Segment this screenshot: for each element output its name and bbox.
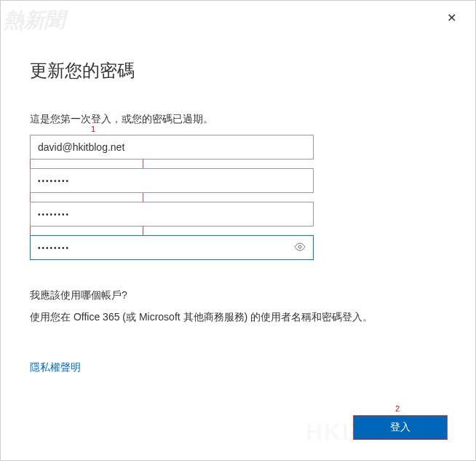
page-title: 更新您的密碼 [30, 59, 446, 82]
close-icon: ✕ [447, 12, 456, 24]
svg-point-0 [298, 245, 301, 248]
new-password-field[interactable]: •••••••• [30, 202, 314, 226]
annotation-2: 2 [395, 404, 400, 413]
help-question: 我應該使用哪個帳戶? [30, 289, 446, 302]
close-button[interactable]: ✕ [441, 8, 462, 28]
username-field[interactable]: david@hkitblog.net [30, 135, 314, 159]
old-password-value: •••••••• [38, 177, 306, 185]
help-section: 我應該使用哪個帳戶? 使用您在 Office 365 (或 Microsoft … [30, 289, 446, 325]
dialog-content: 更新您的密碼 這是您第一次登入，或您的密碼已過期。 1 david@hkitbl… [1, 1, 475, 396]
help-text: 使用您在 Office 365 (或 Microsoft 其他商務服務) 的使用… [30, 310, 446, 325]
old-password-field[interactable]: •••••••• [30, 168, 314, 193]
confirm-password-field[interactable]: •••••••• [30, 235, 314, 260]
signin-button[interactable]: 登入 [353, 415, 448, 440]
reveal-password-icon[interactable] [294, 242, 306, 253]
privacy-link[interactable]: 隱私權聲明 [30, 361, 81, 374]
confirm-password-value: •••••••• [38, 244, 306, 252]
inputs-wrapper: 1 david@hkitblog.net •••••••• •••••••• •… [30, 135, 314, 260]
username-value: david@hkitblog.net [38, 141, 306, 153]
eye-icon [294, 243, 306, 251]
new-password-value: •••••••• [38, 210, 306, 218]
annotation-1: 1 [91, 125, 95, 133]
button-row: 2 登入 [353, 415, 448, 440]
